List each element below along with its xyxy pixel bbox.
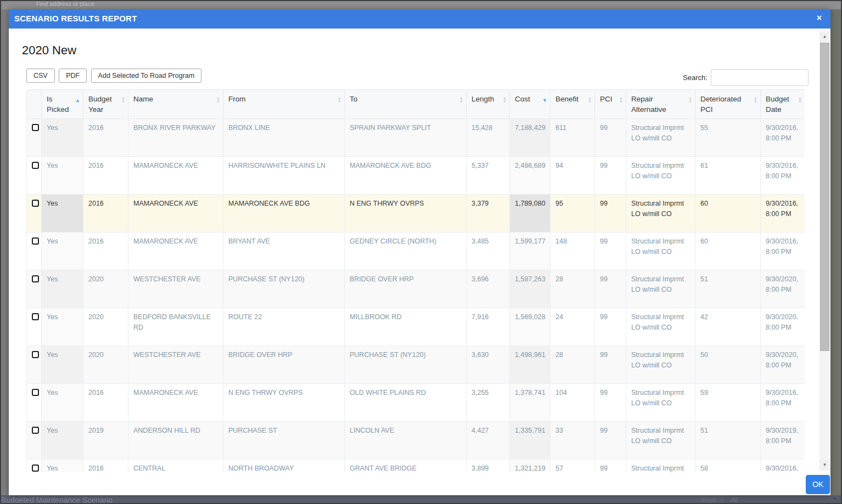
row-checkbox[interactable] (32, 465, 39, 472)
export-toolbar: CSV PDF Add Selected To Road Program (26, 69, 203, 83)
cell-date: 9/30/2020, 8:00 PM (761, 346, 805, 384)
table-row[interactable]: Yes2016BRONX RIVER PARKWAYBRONX LINESPRA… (27, 119, 805, 157)
table-row[interactable]: Yes2020WESTCHESTER AVEPURCHASE ST (NY120… (27, 270, 805, 308)
row-checkbox[interactable] (32, 351, 39, 358)
col-header-length[interactable]: Length▲▼ (467, 90, 510, 119)
table-row[interactable]: Yes2020WESTCHESTER AVEBRIDGE OVER HRPPUR… (27, 346, 805, 384)
cell-det_pci: 58 (695, 460, 761, 473)
cell-length: 5,337 (467, 157, 510, 195)
cell-year: 2016 (83, 233, 128, 270)
row-checkbox[interactable] (32, 427, 39, 434)
cell-pci: 99 (595, 308, 626, 346)
table-row[interactable]: Yes2020BEDFORD BANKSVILLE RDROUTE 22MILL… (27, 308, 805, 346)
col-header-to[interactable]: To▲▼ (345, 90, 467, 119)
checkbox-cell (27, 157, 42, 195)
table-search: Search: (683, 69, 805, 86)
scrollbar-thumb[interactable] (820, 43, 829, 351)
col-header-pci[interactable]: PCI▲▼ (595, 90, 626, 119)
col-header-repair[interactable]: Repair Alternative▲▼ (626, 90, 695, 119)
table-row[interactable]: Yes2016MAMARONECK AVEMAMARONECK AVE BDGN… (27, 195, 805, 233)
cell-to: N ENG THRWY OVRPS (345, 195, 467, 233)
background-filter-label: Filter (701, 496, 716, 504)
cell-pci: 99 (595, 384, 626, 422)
modal-scrollbar[interactable]: ▲ ▼ (819, 31, 830, 471)
cell-pci: 99 (595, 422, 626, 460)
checkbox-cell (27, 346, 42, 384)
col-header-cost[interactable]: Cost▼ (510, 90, 551, 119)
col-header-label: To (350, 95, 357, 103)
checkbox-cell (27, 119, 42, 157)
col-header-date[interactable]: Budget Date▲▼ (761, 90, 805, 119)
row-checkbox[interactable] (32, 389, 39, 396)
csv-button[interactable]: CSV (26, 69, 55, 83)
row-checkbox[interactable] (32, 275, 39, 282)
cell-benefit: 148 (551, 233, 595, 270)
cell-to: PURCHASE ST (NY120) (345, 346, 467, 384)
col-header-name[interactable]: Name▲▼ (128, 90, 223, 119)
col-header-label: Budget Year (88, 95, 112, 114)
col-header-year[interactable]: Budget Year▲▼ (83, 90, 128, 119)
cell-picked: Yes (42, 233, 83, 270)
table-row[interactable]: Yes2016CENTRAL WESTCHESTERNORTH BROADWAY… (27, 460, 805, 473)
cell-name: BRONX RIVER PARKWAY (128, 119, 223, 157)
cell-year: 2020 (83, 308, 128, 346)
col-header-from[interactable]: From▲▼ (223, 90, 345, 119)
cell-date: 9/30/2016, 8:00 PM (761, 195, 805, 233)
col-header-label: Length (471, 95, 494, 103)
cell-length: 3,379 (467, 195, 510, 233)
cell-length: 3,255 (467, 384, 510, 422)
checkbox-cell (27, 384, 42, 422)
sort-both-icon: ▲▼ (338, 97, 341, 103)
row-checkbox[interactable] (32, 237, 39, 245)
scroll-down-icon[interactable]: ▼ (819, 460, 830, 471)
pdf-button[interactable]: PDF (59, 69, 87, 83)
cell-to: MAMARONECK AVE BDG (345, 157, 467, 195)
cell-length: 3,485 (467, 233, 510, 270)
table-header-row: Is Picked▲Budget Year▲▼Name▲▼From▲▼To▲▼L… (27, 90, 805, 119)
col-header-label: From (228, 95, 246, 103)
table-row[interactable]: Yes2016MAMARONECK AVEHARRISON/WHITE PLAI… (27, 157, 805, 195)
cell-length: 15,428 (467, 119, 510, 157)
add-selected-to-road-program-button[interactable]: Add Selected To Road Program (91, 69, 202, 83)
cell-repair: Structural Imprmt LO w/mill CO (626, 422, 695, 460)
cell-det_pci: 42 (695, 308, 761, 346)
cell-repair: Structural Imprmt LO w/mill CO (626, 233, 695, 270)
table-row[interactable]: Yes2016MAMARONECK AVEBRYANT AVEGEDNEY CI… (27, 233, 805, 270)
sort-both-icon: ▲▼ (459, 97, 463, 103)
row-checkbox[interactable] (32, 124, 39, 131)
cell-from: N ENG THRWY OVRPS (223, 384, 345, 422)
cell-benefit: 104 (551, 384, 595, 422)
cell-from: PURCHASE ST (NY120) (223, 270, 345, 308)
col-header-det_pci[interactable]: Deteriorated PCI▲▼ (695, 90, 761, 119)
row-checkbox[interactable] (32, 200, 39, 207)
table-row[interactable]: Yes2016MAMARONECK AVEN ENG THRWY OVRPSOL… (27, 384, 805, 422)
cell-benefit: 57 (551, 460, 595, 473)
cell-benefit: 95 (551, 195, 595, 233)
row-checkbox[interactable] (32, 313, 39, 320)
search-input[interactable] (711, 69, 809, 86)
cell-cost: 1,378,741 (510, 384, 551, 422)
search-label: Search: (683, 73, 708, 82)
cell-picked: Yes (42, 157, 83, 195)
cell-from: NORTH BROADWAY (223, 460, 345, 473)
cell-cost: 1,789,080 (510, 195, 551, 233)
cell-from: HARRISON/WHITE PLAINS LN (223, 157, 345, 195)
sort-both-icon: ▲▼ (588, 97, 592, 103)
cell-repair: Structural Imprmt LO w/mill CO (626, 270, 695, 308)
background-filter-value: All (731, 496, 738, 504)
ok-button[interactable]: OK (806, 475, 830, 494)
table-row[interactable]: Yes2019ANDERSON HILL RDPURCHASE STLINCOL… (27, 422, 805, 460)
col-header-benefit[interactable]: Benefit▲▼ (551, 90, 595, 119)
sort-both-icon: ▲▼ (798, 97, 802, 103)
background-top-strip: Find address or place (0, 0, 842, 9)
row-checkbox[interactable] (32, 162, 39, 169)
sort-desc-icon: ▼ (542, 98, 547, 103)
cell-cost: 1,599,177 (510, 233, 551, 270)
scroll-up-icon[interactable]: ▲ (819, 31, 830, 42)
col-header-label: Budget Date (766, 95, 789, 114)
close-icon[interactable]: × (817, 13, 822, 23)
col-header-picked[interactable]: Is Picked▲ (42, 90, 83, 119)
cell-from: PURCHASE ST (223, 422, 345, 460)
cell-length: 3,696 (467, 270, 510, 308)
cell-cost: 1,498,961 (510, 346, 551, 384)
